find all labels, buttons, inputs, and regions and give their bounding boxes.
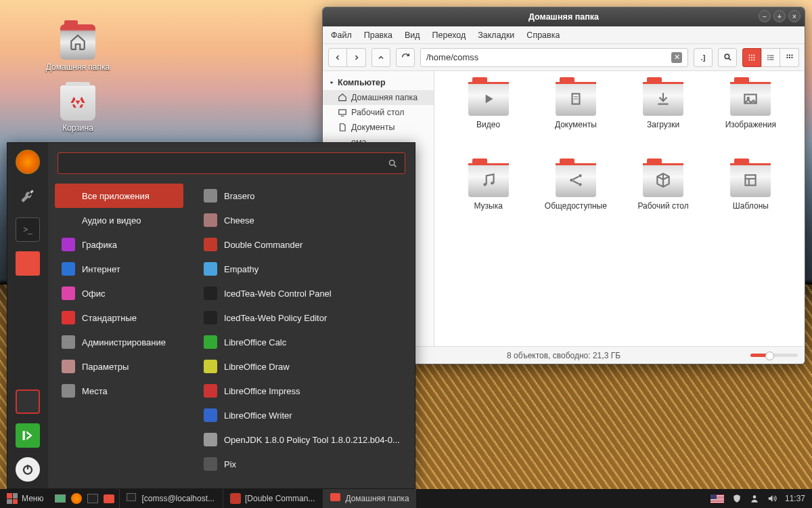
fav-logout[interactable]	[16, 423, 40, 448]
category-item[interactable]: Офис	[55, 281, 183, 305]
category-item[interactable]: Параметры	[55, 354, 183, 379]
toolbar: /home/comss ✕ .]	[323, 44, 805, 71]
fav-display[interactable]	[16, 389, 40, 414]
taskbar-task[interactable]: [Double Comman...	[223, 489, 321, 508]
menu-item[interactable]: Файл	[331, 30, 352, 40]
folder-item[interactable]: Изображения	[710, 82, 791, 156]
music-icon	[480, 171, 497, 189]
svg-point-37	[579, 174, 581, 177]
path-clear-button[interactable]: ✕	[671, 52, 682, 63]
view-list-button[interactable]	[761, 48, 780, 67]
tray-user-icon[interactable]	[750, 494, 759, 503]
clock[interactable]: 11:37	[785, 494, 805, 503]
desktop-icon-trash[interactable]: Корзина	[41, 85, 115, 133]
nav-back-button[interactable]	[328, 48, 347, 67]
taskbar-task[interactable]: [comss@localhost...	[119, 489, 221, 508]
menu-item[interactable]: Переход	[432, 30, 466, 40]
toggle-path-button[interactable]: .]	[694, 48, 713, 67]
app-item[interactable]: Brasero	[197, 184, 408, 208]
folder-item[interactable]: Документы	[535, 82, 616, 156]
sidebar-item[interactable]: Документы	[323, 120, 434, 135]
quick-launch	[50, 491, 119, 506]
tray-shield-icon[interactable]	[732, 494, 742, 503]
app-list: BraseroCheeseDouble CommanderEmpathyIced…	[190, 181, 415, 488]
fav-settings[interactable]	[16, 184, 40, 208]
ql-files[interactable]	[102, 491, 116, 506]
search-button[interactable]	[718, 48, 737, 67]
app-item[interactable]: LibreOffice Writer	[197, 403, 408, 427]
menu-item[interactable]: Справка	[526, 30, 560, 40]
search-box[interactable]	[58, 152, 405, 174]
folder-item[interactable]: Рабочий стол	[623, 163, 704, 238]
path-bar[interactable]: /home/comss ✕	[420, 48, 688, 67]
ql-firefox[interactable]	[69, 491, 84, 506]
keyboard-layout-icon[interactable]	[710, 494, 724, 503]
folder-item[interactable]: Общедоступные	[535, 163, 616, 238]
clap-icon	[62, 213, 75, 227]
nav-forward-button[interactable]	[347, 48, 366, 67]
app-item[interactable]: Empathy	[197, 257, 408, 281]
menu-item[interactable]: Вид	[405, 30, 420, 40]
svg-line-1	[729, 58, 731, 60]
window-titlebar[interactable]: Домашняя папка − + ×	[323, 7, 805, 26]
fav-shutdown[interactable]	[16, 457, 40, 482]
task-list: [comss@localhost...[Double Comman...Дома…	[119, 489, 704, 508]
menu-item[interactable]: Правка	[364, 30, 392, 40]
folder-item[interactable]: Загрузки	[623, 82, 704, 156]
view-compact-button[interactable]	[780, 48, 799, 67]
category-item[interactable]: Графика	[55, 232, 183, 257]
app-item[interactable]: Cheese	[197, 208, 408, 232]
start-button[interactable]: Меню	[0, 489, 50, 508]
nav-reload-button[interactable]	[396, 48, 415, 67]
app-item[interactable]: Pix	[197, 452, 408, 476]
folder-item[interactable]: Видео	[448, 82, 528, 156]
ql-show-desktop[interactable]	[53, 491, 68, 506]
svg-marker-48	[769, 495, 773, 501]
tray-volume-icon[interactable]	[767, 494, 777, 503]
search-icon	[388, 158, 398, 169]
category-item[interactable]: Интернет	[55, 257, 183, 281]
app-icon	[204, 262, 217, 276]
app-item[interactable]: OpenJDK 1.8.0 Policy Tool 1.8.0.212.b04-…	[197, 427, 408, 452]
window-maximize-button[interactable]: +	[773, 10, 786, 22]
zoom-slider[interactable]	[750, 354, 798, 357]
app-item[interactable]: LibreOffice Impress	[197, 379, 408, 403]
category-item[interactable]: Все приложения	[55, 184, 183, 208]
view-icons-button[interactable]	[742, 48, 761, 67]
sidebar-header[interactable]: Компьютер	[323, 75, 434, 90]
window-close-button[interactable]: ×	[788, 10, 800, 22]
desktop-icon-label: Домашняя папка	[41, 62, 115, 72]
app-item[interactable]: IcedTea-Web Policy Editor	[197, 305, 408, 330]
path-text: /home/comss	[426, 52, 478, 62]
svg-point-16	[768, 59, 769, 60]
fav-firefox[interactable]	[16, 150, 40, 174]
sidebar-item[interactable]: Рабочий стол	[323, 105, 434, 120]
grid-icon	[62, 189, 75, 203]
desktop-icon-home[interactable]: Домашняя папка	[41, 24, 115, 72]
folder-item[interactable]: Музыка	[448, 163, 528, 238]
search-input[interactable]	[65, 158, 388, 169]
ql-terminal[interactable]	[85, 491, 100, 506]
app-item[interactable]: LibreOffice Calc	[197, 330, 408, 354]
app-item[interactable]: LibreOffice Draw	[197, 354, 408, 379]
window-minimize-button[interactable]: −	[759, 10, 771, 22]
sidebar-item[interactable]: Домашняя папка	[323, 90, 434, 105]
app-item[interactable]: IcedTea-Web Control Panel	[197, 281, 408, 305]
fav-files[interactable]	[16, 251, 40, 276]
svg-point-15	[768, 57, 769, 58]
category-item[interactable]: Места	[55, 379, 183, 403]
app-item[interactable]: Double Commander	[197, 232, 408, 257]
category-item[interactable]: Администрирование	[55, 330, 183, 354]
svg-point-2	[749, 54, 750, 56]
taskbar-task[interactable]: Домашняя папка	[323, 489, 415, 508]
category-item[interactable]: Стандартные	[55, 305, 183, 330]
category-item[interactable]: Аудио и видео	[55, 208, 183, 232]
fav-terminal[interactable]: >_	[16, 217, 40, 242]
app-icon	[204, 360, 217, 373]
menu-item[interactable]: Закладки	[478, 30, 514, 40]
svg-rect-39	[746, 175, 756, 185]
tmpl-icon	[742, 171, 759, 189]
img-icon	[742, 90, 759, 108]
folder-item[interactable]: Шаблоны	[710, 163, 791, 238]
nav-up-button[interactable]	[371, 48, 390, 67]
